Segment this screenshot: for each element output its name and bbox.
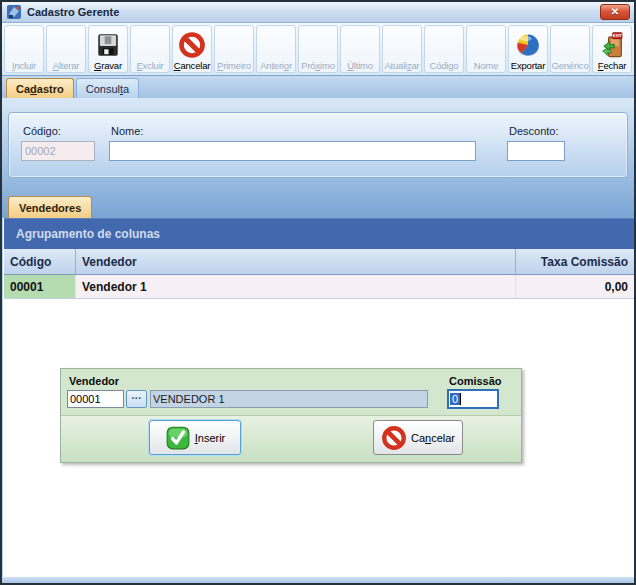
comissao-selected-text: 0	[450, 393, 461, 405]
floppy-disk-icon	[95, 30, 121, 60]
toolbar-button-alterar[interactable]: Alterar	[46, 25, 86, 73]
titlebar: Cadastro Gerente ✕	[2, 2, 634, 23]
toolbar-button-anterior[interactable]: Anterior	[256, 25, 296, 73]
tab-vendedores[interactable]: Vendedores	[8, 196, 92, 218]
inserir-button[interactable]: Inserir	[149, 420, 241, 455]
column-header-codigo[interactable]: Código	[4, 249, 76, 274]
toolbar-button-fechar[interactable]: EXIT Fechar	[592, 25, 632, 73]
form-panel: Código: Nome: Desconto:	[8, 112, 628, 178]
tab-consulta[interactable]: Consulta	[76, 78, 139, 98]
editor-button-strip: Inserir Cancelar	[61, 415, 521, 462]
desconto-field[interactable]	[507, 141, 565, 161]
ellipsis-icon: ···	[132, 394, 142, 404]
toolbar-button-incluir[interactable]: Incluir	[4, 25, 44, 73]
comissao-label: Comissão	[449, 375, 502, 387]
codigo-label: Código:	[23, 125, 61, 137]
cell-taxa-comissao: 0,00	[516, 275, 634, 298]
no-entry-icon	[381, 425, 407, 451]
toolbar-button-exportar[interactable]: Exportar	[508, 25, 548, 73]
cadastro-gerente-window: Cadastro Gerente ✕ Incluir Alterar	[0, 0, 636, 585]
column-header-taxa-comissao[interactable]: Taxa Comissão	[516, 249, 634, 274]
toolbar-button-cancelar[interactable]: Cancelar	[172, 25, 212, 73]
nome-field[interactable]	[109, 141, 476, 161]
toolbar-button-atualizar[interactable]: Atualizar	[382, 25, 422, 73]
tab-cadastro[interactable]: Cadastro	[6, 78, 74, 98]
table-row[interactable]: 00001 Vendedor 1 0,00	[4, 275, 634, 299]
vendedor-lookup-button[interactable]: ···	[126, 390, 147, 408]
toolbar-button-codigo[interactable]: Código	[424, 25, 464, 73]
vendedor-codigo-field[interactable]	[67, 390, 124, 408]
close-icon: ✕	[611, 6, 619, 17]
green-check-icon	[165, 425, 191, 451]
grid-group-by-band[interactable]: Agrupamento de colunas	[4, 218, 634, 249]
toolbar-button-primeiro[interactable]: Primeiro	[214, 25, 254, 73]
vendedor-editor-panel: Vendedor Comissão ··· 0 Inserir	[60, 368, 522, 463]
desconto-label: Desconto:	[509, 125, 559, 137]
window-bottom-edge	[2, 577, 634, 583]
toolbar-button-proximo[interactable]: Próximo	[298, 25, 338, 73]
svg-text:EXIT: EXIT	[613, 33, 623, 38]
toolbar-button-ultimo[interactable]: Último	[340, 25, 380, 73]
column-header-vendedor[interactable]: Vendedor	[76, 249, 516, 274]
toolbar-button-gravar[interactable]: Gravar	[88, 25, 128, 73]
comissao-field[interactable]: 0	[447, 389, 499, 409]
main-toolbar: Incluir Alterar Gravar Excluir	[2, 23, 634, 76]
toolbar-button-nome[interactable]: Nome	[466, 25, 506, 73]
cancelar-button[interactable]: Cancelar	[373, 420, 463, 455]
no-entry-icon	[178, 30, 206, 60]
grid-header: Código Vendedor Taxa Comissão	[4, 249, 634, 275]
vendedor-nome-field	[150, 390, 428, 408]
app-icon	[6, 4, 22, 20]
cell-codigo: 00001	[4, 275, 76, 298]
window-title: Cadastro Gerente	[27, 6, 119, 18]
codigo-field	[21, 141, 95, 161]
toolbar-button-excluir[interactable]: Excluir	[130, 25, 170, 73]
close-button[interactable]: ✕	[600, 4, 630, 20]
cell-vendedor: Vendedor 1	[76, 275, 516, 298]
nome-label: Nome:	[111, 125, 143, 137]
vendedor-label: Vendedor	[69, 375, 119, 387]
exit-door-icon: EXIT	[598, 30, 626, 60]
toolbar-button-generico[interactable]: Genérico	[550, 25, 590, 73]
pie-chart-icon	[514, 30, 542, 60]
main-tabstrip: Cadastro Consulta	[2, 76, 634, 98]
